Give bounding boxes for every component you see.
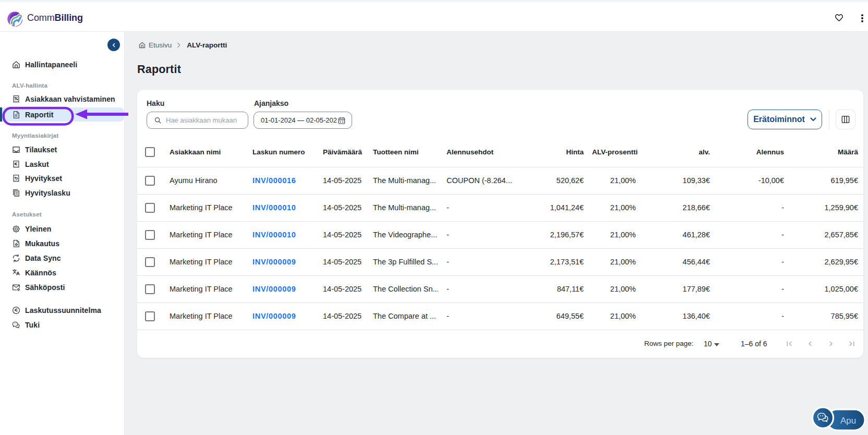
svg-text:Apu: Apu (840, 416, 856, 426)
